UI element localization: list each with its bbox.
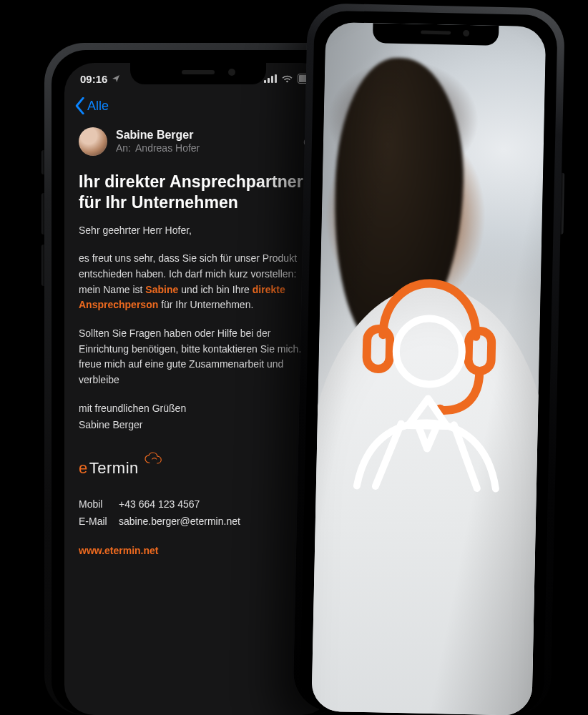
highlight-name: Sabine	[145, 284, 178, 295]
mail-header[interactable]: Sabine Berger An: Andreas Hofer Ge	[79, 122, 318, 159]
svg-rect-0	[366, 329, 390, 370]
mail-navbar: Alle	[64, 94, 332, 122]
cloud-icon	[143, 452, 165, 466]
logo-text: Termin	[89, 456, 139, 480]
notch	[373, 23, 499, 46]
location-icon	[112, 74, 120, 83]
paragraph-1: es freut uns sehr, dass Sie sich für uns…	[79, 251, 318, 313]
status-time: 09:16	[80, 73, 107, 85]
cellular-icon	[264, 74, 277, 83]
stage: 09:16	[0, 0, 588, 715]
mobile-label: Mobil	[79, 496, 112, 513]
to-label: An:	[116, 142, 131, 155]
wifi-icon	[281, 74, 293, 84]
notch	[130, 63, 266, 84]
body-text: und ich bin Ihre	[178, 284, 253, 295]
mail-body: Sehr geehrter Herr Hofer, es freut uns s…	[79, 223, 318, 559]
back-label: Alle	[87, 99, 109, 114]
body-text: für Ihr Unternehmen.	[158, 299, 253, 310]
sender-name: Sabine Berger	[116, 128, 200, 142]
avatar	[79, 127, 107, 156]
phone-right	[293, 3, 565, 715]
logo-e: e	[79, 456, 88, 480]
email-label: E-Mail	[79, 513, 112, 531]
etermin-logo: eTermin	[79, 456, 318, 480]
mail-content: Sabine Berger An: Andreas Hofer Ge Ihr d…	[64, 122, 332, 558]
signature-block: eTermin Mobil+43 664 123 4567 E-Mailsabi…	[79, 456, 318, 558]
recipient-name: Andreas Hofer	[135, 142, 200, 155]
signature-name: Sabine Berger	[79, 418, 318, 433]
back-button[interactable]: Alle	[74, 97, 109, 114]
closing: mit freundlichen Grüßen	[79, 401, 318, 417]
chevron-left-icon	[74, 97, 86, 114]
phone-screen	[311, 22, 546, 715]
phone-screen: 09:16	[64, 63, 332, 715]
phone-bezel	[300, 10, 557, 715]
paragraph-2: Sollten Sie Fragen haben oder Hilfe bei …	[79, 326, 318, 388]
support-agent-icon	[337, 271, 521, 503]
mail-subject: Ihr direkter Ansprechpartner für Ihr Unt…	[79, 159, 318, 223]
website-link[interactable]: www.etermin.net	[79, 543, 318, 559]
mobile-number[interactable]: +43 664 123 4567	[119, 496, 200, 513]
contact-info: Mobil+43 664 123 4567 E-Mailsabine.berge…	[79, 496, 318, 531]
phone-body	[293, 3, 565, 715]
svg-point-3	[396, 318, 463, 385]
email-address[interactable]: sabine.berger@etermin.net	[119, 513, 240, 531]
greeting: Sehr geehrter Herr Hofer,	[79, 223, 318, 239]
